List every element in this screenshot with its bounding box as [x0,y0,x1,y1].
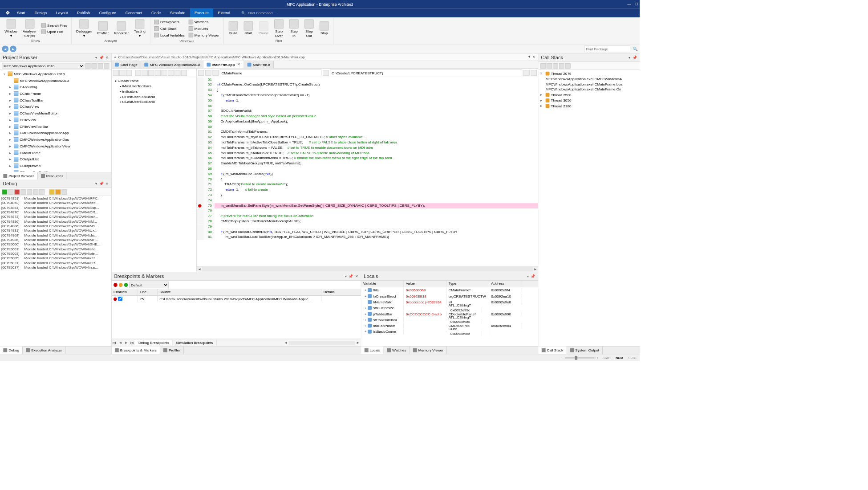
dropdown-icon[interactable]: ▾ [95,56,97,60]
code-line[interactable]: 58 // set the visual manager and style b… [197,114,538,119]
clear-icon[interactable] [62,189,67,195]
code-line[interactable]: 78 CMFCPopupMenu::SetForceMenuFocus(FALS… [197,219,538,225]
code-line[interactable]: 62 mdiTabParams.m_style = CMFCTabCtrl::S… [197,135,538,140]
tree-item[interactable]: ▸COutputList [0,156,111,163]
callstack-thread[interactable]: ▿Thread 2076 [539,70,639,76]
tree-item[interactable]: ▸CChildFrame [0,90,111,97]
tree-item[interactable]: ▸CClassToolBar [0,97,111,103]
minimize-icon[interactable]: — [627,2,631,6]
callstack-thread[interactable]: ▸Thread 2180 [539,103,639,109]
ribbon-local-variables-button[interactable]: Local Variables [153,32,186,38]
tb-icon[interactable] [162,70,167,76]
tab-execution-analyzer[interactable]: Execution Analyzer [23,347,65,354]
bp-grid-body[interactable]: 75C:\Users\user\Documents\Visual Studio … [112,296,361,339]
ribbon-step-button[interactable]: Step Over [272,19,286,38]
tree-item[interactable]: ▸CMFCWindowsApplicationView [0,143,111,150]
project-root-combo[interactable]: MFC Windows Application 2010 [2,63,84,69]
close-icon[interactable]: ✕ [532,55,535,59]
tab-profiler[interactable]: Profiler [160,347,184,354]
close-icon[interactable]: ✕ [237,62,240,67]
code-line[interactable]: 65 mdiTabParams.m_bAutoColor = TRUE; // … [197,151,538,156]
code-line[interactable]: 71 TRACE0("Failed to create menubar\n"); [197,182,538,188]
tb-icon[interactable] [540,63,546,69]
code-line[interactable]: 79 [197,224,538,229]
outline-item[interactable]: ▸ CMainFrame [112,78,196,84]
locals-row[interactable]: +strCustomizeATL::CStringT0x0092e99c [361,305,538,311]
ribbon-step-button[interactable]: Step Out [302,19,316,38]
dropdown-icon[interactable]: ▾ [345,274,347,278]
code-line[interactable]: 63 mdiTabParams.m_bActiveTabCloseButton … [197,140,538,146]
ribbon-search-files-button[interactable]: Search Files [40,22,69,29]
tb-icon[interactable] [126,70,132,76]
dropdown-icon[interactable]: ▾ [629,56,630,60]
run-icon[interactable] [2,189,7,195]
open-icon[interactable] [56,189,61,195]
tree-item[interactable]: ▸CMainFrame [0,149,111,156]
tb-icon[interactable] [119,70,125,76]
pin-icon[interactable]: 📌 [349,274,353,278]
tab-memory-viewer[interactable]: Memory Viewer [410,347,447,354]
tab-system-output[interactable]: System Output [567,347,603,354]
code-editor[interactable]: 5152int CMainFrame::OnCreate(LPCREATESTR… [197,77,538,266]
code-line[interactable]: 73 } [197,193,538,198]
code-line[interactable]: 69 if (!m_wndMenuBar.Create(this)) [197,172,538,177]
debug-row[interactable]: [00794986]Module loaded C:\Windows\SysWO… [0,237,111,242]
debug-row[interactable]: [00794852]Module loaded C:\Windows\SysWO… [0,200,111,205]
app-logo-icon[interactable]: ❖ [3,8,12,17]
debug-row[interactable]: [00794886]Module loaded C:\Windows\SysWO… [0,219,111,224]
menu-extend[interactable]: Extend [213,8,235,17]
editor-hscroll[interactable]: ◄► [197,266,538,272]
tb-icon[interactable] [213,70,219,76]
dropdown-icon[interactable]: ▾ [528,55,530,59]
file-tab[interactable]: MainFrm.h [244,61,274,68]
menu-execute[interactable]: Execute [190,8,214,17]
menu-design[interactable]: Design [30,8,51,17]
code-line[interactable]: 61 CMDITabInfo mdiTabParams; [197,130,538,135]
ribbon-testing-button[interactable]: Testing ▾ [132,19,148,38]
code-line[interactable]: 64 mdiTabParams.m_bTabIcons = FALSE; // … [197,145,538,151]
code-line[interactable]: 60 [197,124,538,130]
menu-code[interactable]: Code [147,8,166,17]
dropdown-icon[interactable]: ▾ [527,274,529,278]
up-icon[interactable] [85,63,91,69]
debug-row[interactable]: [00795003]Module loaded C:\Windows\SysWO… [0,251,111,256]
pin-icon[interactable]: 📌 [99,56,104,60]
method-combo[interactable] [330,69,522,76]
dropdown-icon[interactable]: ▾ [95,182,97,186]
tree-item[interactable]: ▸CFileViewToolBar [0,123,111,130]
locals-row[interactable]: +strToolBarNamATL::CStringT0x0092e9a8 [361,317,538,323]
debug-row[interactable]: [00794968]Module loaded C:\Windows\SysWO… [0,233,111,237]
ribbon-breakpoints-button[interactable]: Breakpoints [153,19,186,25]
debug-row[interactable]: [00795037]Module loaded C:\Windows\SysWO… [0,265,111,270]
bp-filter-combo[interactable]: Default [129,282,168,288]
locals-row[interactable]: +lpCreateStruct0x0092EE18tagCREATESTRUCT… [361,293,538,299]
step-over-icon[interactable] [27,189,32,195]
debug-row[interactable]: [00795031]Module loaded C:\Windows\SysWO… [0,260,111,265]
tb-icon[interactable] [113,70,119,76]
down-icon[interactable] [92,63,97,69]
tb-icon[interactable] [323,70,329,76]
close-icon[interactable]: ✕ [105,182,109,186]
ribbon-recorder-button[interactable]: Recorder [112,19,130,38]
code-line[interactable]: 74 [197,198,538,203]
code-line[interactable]: 72 return -1; // fail to create [197,188,538,193]
tree-item[interactable]: ▸COutputWnd [0,163,111,169]
debug-row[interactable]: [00794873]Module loaded C:\Windows\SysWO… [0,214,111,219]
code-line[interactable]: 51 [197,77,538,82]
callstack-thread[interactable]: ▸Thread 3056 [539,98,639,103]
tb-icon[interactable] [148,70,154,76]
tab-locals[interactable]: Locals [361,347,384,354]
project-tree[interactable]: ▿MFC Windows Application 2010MFC Windows… [0,70,111,172]
tb-icon[interactable] [559,63,564,69]
ribbon-analyzer-button[interactable]: Analyzer Scripts [21,19,39,38]
code-line[interactable]: 56 [197,103,538,109]
debug-output[interactable]: [00794851]Module loaded C:\Windows\SysWO… [0,196,111,346]
menu-configure[interactable]: Configure [94,8,121,17]
tb-icon[interactable] [181,70,187,76]
tab-watches[interactable]: Watches [384,347,410,354]
code-line[interactable]: 81 !m_wndToolBar.LoadToolBar(theApp.m_bH… [197,235,538,240]
bp-subtab[interactable]: Debug Breakpoints [135,340,173,345]
tab-breakpoints-markers[interactable]: Breakpoints & Markers [112,347,160,354]
menu-layout[interactable]: Layout [51,8,72,17]
code-line[interactable]: 57 BOOL bNameValid; [197,109,538,114]
